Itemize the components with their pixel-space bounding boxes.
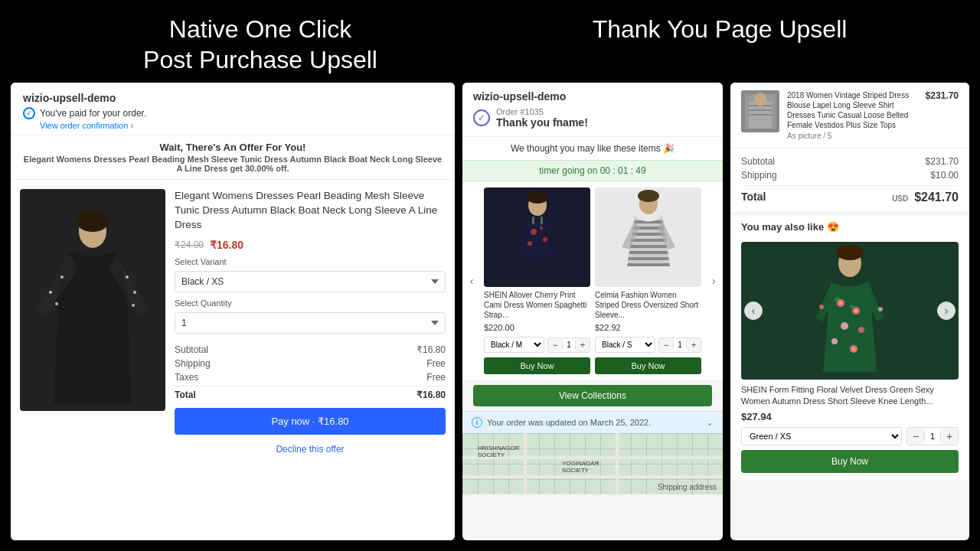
order-update-text: Your order was updated on March 25, 2022… — [487, 418, 651, 427]
svg-point-41 — [819, 305, 824, 309]
carousel-item-1-title: SHEIN Allover Cherry Print Cami Dress Wo… — [484, 290, 590, 320]
right-shipping-row: Shipping $10.00 — [741, 168, 959, 182]
decline-link[interactable]: Decline this offer — [175, 444, 446, 455]
svg-point-5 — [133, 291, 136, 294]
right-buy-button[interactable]: Buy Now — [741, 450, 959, 473]
carousel-img-2 — [595, 187, 701, 287]
variant-select-group: Select Variant Black / XS — [175, 257, 446, 292]
svg-point-10 — [531, 229, 537, 235]
mid-order-number: Order #1035 — [496, 107, 588, 116]
price-row: ₹24.00 ₹16.80 — [175, 239, 446, 251]
carousel-item-1-price: $220.00 — [484, 323, 590, 332]
right-carousel-next[interactable]: › — [937, 302, 956, 320]
map-road-v2 — [616, 433, 619, 494]
carousel-item-2-price: $22.92 — [595, 323, 701, 332]
right-product-price: $27.94 — [741, 411, 959, 422]
view-order-link[interactable]: View order confirmation › — [40, 121, 443, 130]
mid-shop-name: wizio-upsell-demo — [473, 90, 712, 103]
sale-price: ₹16.80 — [210, 239, 243, 251]
right-total-row: Total USD $241.70 — [741, 185, 959, 206]
carousel-arrow-right[interactable]: › — [704, 272, 723, 290]
product2-qty-decrease[interactable]: − — [659, 338, 673, 352]
upsell-suggestion: We thought you may like these items 🎉 — [462, 137, 723, 160]
carousel-item-2-title: Celmia Fashion Women Striped Dress Overs… — [595, 290, 701, 320]
product1-qty-decrease[interactable]: − — [548, 338, 562, 352]
taxes-value: Free — [426, 372, 446, 383]
carousel-img-1 — [484, 187, 590, 287]
right-qty-decrease[interactable]: − — [907, 428, 924, 445]
product1-qty-controls: − 1 + — [547, 337, 590, 353]
svg-point-9 — [527, 191, 548, 204]
taxes-row: Taxes Free — [175, 370, 446, 384]
title-line2: Post Purchase Upsell — [143, 46, 377, 73]
right-total-value: $241.70 — [914, 191, 959, 204]
mid-check-icon — [473, 109, 490, 126]
total-row-left: Total ₹16.80 — [175, 386, 446, 402]
svg-rect-14 — [532, 217, 534, 224]
svg-point-26 — [754, 93, 766, 106]
cost-table: Subtotal ₹16.80 Shipping Free Taxes Free… — [175, 343, 446, 402]
product1-svg — [507, 190, 568, 285]
right-qty-value: 1 — [924, 432, 941, 441]
timer-bar: timer going on 00 : 01 : 49 — [462, 160, 723, 181]
svg-point-34 — [841, 322, 848, 330]
chevron-down-icon[interactable]: ⌄ — [706, 417, 714, 428]
order-item-row: 2018 Women Vintage Striped Dress Blouse … — [741, 90, 959, 140]
view-collections-button[interactable]: View Collections — [473, 385, 712, 406]
svg-point-3 — [60, 276, 64, 279]
map-area: HRISHNAGORSOCIETY YOGINAGARSOCIETY Shipp… — [462, 433, 723, 494]
right-product-card: ‹ › SHEIN Form Fitting Floral Velvet Dre… — [730, 242, 969, 481]
carousel-item-1-controls: Black / M − 1 + — [484, 337, 590, 353]
product1-variant-select[interactable]: Black / M — [484, 337, 544, 353]
mid-thank-you: Thank you fname! — [496, 116, 588, 129]
subtotal-row: Subtotal ₹16.80 — [175, 343, 446, 357]
product-image — [20, 189, 165, 411]
product2-buy-button[interactable]: Buy Now — [595, 357, 701, 374]
right-qty-increase[interactable]: + — [941, 428, 958, 445]
header-title-right: Thank You Page Upsell — [490, 14, 949, 44]
svg-point-42 — [878, 307, 883, 311]
right-shipping-value: $10.00 — [930, 170, 959, 181]
svg-point-12 — [528, 241, 532, 246]
quantity-select[interactable]: 1 — [175, 312, 446, 334]
right-subtotal-row: Subtotal $231.70 — [741, 155, 959, 168]
middle-panel: wizio-upsell-demo Order #1035 Thank you … — [462, 83, 723, 540]
dress-svg — [20, 189, 165, 411]
right-subtotal-label: Subtotal — [741, 156, 775, 167]
product1-buy-button[interactable]: Buy Now — [484, 357, 590, 374]
order-update-left: i Your order was updated on March 25, 20… — [472, 417, 651, 428]
svg-point-13 — [540, 227, 543, 230]
panels-area: wizio-upsell-demo You've paid for your o… — [0, 83, 980, 551]
product2-qty-increase[interactable]: + — [687, 338, 701, 352]
product-carousel: ‹ — [462, 181, 723, 380]
svg-point-7 — [132, 304, 135, 307]
svg-point-29 — [836, 245, 864, 260]
product2-variant-select[interactable]: Black / S — [595, 337, 655, 353]
carousel-arrow-left[interactable]: ‹ — [462, 272, 481, 290]
order-item-variant: As picture / 5 — [787, 132, 918, 140]
carousel-items: SHEIN Allover Cherry Print Cami Dress Wo… — [481, 187, 704, 374]
banner-discount-text: get 30.00% off. — [230, 164, 289, 173]
right-product-img: ‹ › — [741, 242, 959, 380]
quantity-select-group: Select Quantity 1 — [175, 298, 446, 334]
product1-qty-value: 1 — [562, 341, 576, 349]
product-image-container — [20, 189, 165, 531]
order-update-bar: i Your order was updated on March 25, 20… — [462, 411, 723, 433]
shipping-address-label: Shipping address — [658, 483, 717, 491]
right-order-summary: 2018 Women Vintage Striped Dress Blouse … — [730, 83, 969, 148]
you-may-like-title: You may also like 😍 — [741, 221, 959, 233]
svg-point-33 — [854, 309, 858, 312]
shipping-label: Shipping — [175, 358, 211, 369]
upsell-banner: Wait, There's An Offer For You! Elegant … — [11, 135, 455, 180]
pay-button[interactable]: Pay now · ₹16.80 — [175, 408, 446, 435]
right-variant-select[interactable]: Green / XS — [741, 427, 902, 445]
right-shipping-label: Shipping — [741, 170, 777, 181]
svg-point-17 — [638, 190, 659, 202]
order-cost-section: Subtotal $231.70 Shipping $10.00 Total U… — [730, 148, 969, 212]
info-icon: i — [472, 417, 482, 428]
map-road-v1 — [524, 433, 527, 494]
product1-qty-increase[interactable]: + — [576, 338, 590, 352]
carousel-item-2: Celmia Fashion Women Striped Dress Overs… — [595, 187, 701, 374]
right-carousel-prev[interactable]: ‹ — [744, 302, 763, 320]
variant-select[interactable]: Black / XS — [175, 271, 446, 292]
